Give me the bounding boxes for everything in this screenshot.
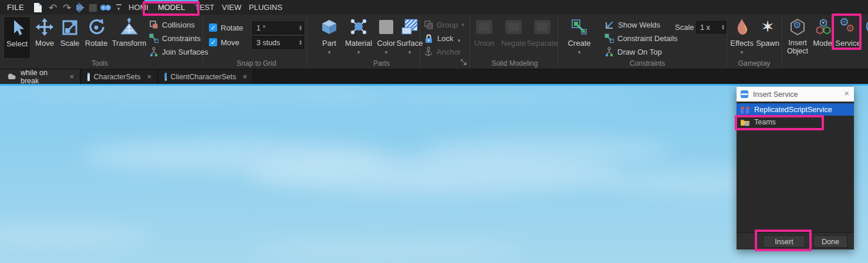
collision-groups-button-partial[interactable]: CG bbox=[863, 16, 868, 59]
spawn-button[interactable]: ✶ Spawn bbox=[755, 16, 780, 59]
select-tool-button[interactable]: Select bbox=[4, 16, 31, 59]
collisions-icon bbox=[149, 20, 158, 29]
draw-on-top-toggle[interactable]: Draw On Top bbox=[604, 46, 662, 57]
collisions-toggle[interactable]: Collisions bbox=[149, 19, 195, 30]
constraint-details-icon bbox=[604, 33, 614, 43]
stop-icon[interactable] bbox=[87, 2, 99, 14]
group-dropdown[interactable]: ▾ bbox=[461, 22, 464, 28]
insert-service-dialog: Insert Service × ReplicatedScriptService… bbox=[737, 87, 854, 249]
part-cube-icon bbox=[320, 16, 338, 38]
service-button[interactable]: ⚙ ⚙ Service bbox=[835, 16, 862, 59]
separate-icon bbox=[534, 20, 550, 34]
snap-move-checkbox[interactable]: ✓ Move bbox=[209, 37, 239, 48]
create-dropdown[interactable]: ▾ bbox=[578, 49, 581, 55]
constraints-section-label: Constraints bbox=[612, 59, 683, 68]
list-item-replicatedscriptservice[interactable]: ReplicatedScriptService bbox=[737, 103, 854, 116]
dialog-title-bar[interactable]: Insert Service × bbox=[737, 87, 854, 102]
tab-clientcharactersets[interactable]: ClientCharacterSets × bbox=[158, 69, 254, 84]
stop-glyph bbox=[89, 4, 97, 12]
menu-tab-test[interactable]: TEST bbox=[191, 0, 218, 15]
constraints-toggle[interactable]: Constraints bbox=[149, 33, 201, 43]
union-button[interactable]: Union bbox=[471, 16, 498, 59]
service-list: ReplicatedScriptService Teams bbox=[737, 102, 854, 232]
move-tool-button[interactable]: Move bbox=[32, 16, 57, 59]
lock-dropdown[interactable]: ▾ bbox=[458, 38, 461, 43]
create-constraint-icon bbox=[570, 16, 588, 38]
model-button[interactable]: Model bbox=[812, 16, 835, 59]
group-icon bbox=[424, 20, 433, 29]
negate-button[interactable]: Negate bbox=[499, 16, 528, 59]
union-icon bbox=[476, 20, 492, 34]
part-dropdown[interactable]: ▾ bbox=[328, 49, 331, 55]
transform-tool-button[interactable]: Transform bbox=[110, 16, 148, 59]
checkbox-checked-icon[interactable]: ✓ bbox=[209, 23, 217, 32]
scale-icon bbox=[61, 16, 79, 38]
tools-section-label: Tools bbox=[65, 59, 135, 68]
collision-groups-icon-partial bbox=[864, 16, 868, 38]
anchor-button[interactable]: Anchor bbox=[424, 46, 461, 57]
insert-service-window-icon bbox=[741, 90, 748, 98]
redo-icon[interactable]: ↷ bbox=[61, 2, 73, 14]
menu-tab-plugins[interactable]: PLUGINS bbox=[245, 0, 286, 15]
section-launcher-icon[interactable] bbox=[461, 59, 467, 67]
insert-button[interactable]: Insert bbox=[763, 235, 805, 248]
snap-move-input[interactable]: 3 studs ▴▾ bbox=[252, 36, 304, 49]
snap-rotate-checkbox[interactable]: ✓ Rotate bbox=[209, 22, 243, 33]
move-icon bbox=[35, 16, 54, 38]
file-menu[interactable]: FILE bbox=[7, 3, 24, 12]
join-surfaces-toggle[interactable]: Join Surfaces bbox=[149, 46, 208, 57]
find-icon[interactable] bbox=[100, 2, 112, 14]
color-button[interactable]: Color ▾ bbox=[374, 16, 398, 59]
spinner-down-button[interactable]: ▾ bbox=[722, 28, 724, 31]
menu-tab-model[interactable]: MODEL bbox=[148, 0, 195, 15]
close-tab-icon[interactable]: × bbox=[147, 72, 151, 81]
snap-section-label: Snap to Grid bbox=[221, 59, 292, 68]
service-icon: ⚙ ⚙ bbox=[838, 16, 858, 38]
surface-icon bbox=[401, 16, 418, 38]
close-tab-icon[interactable]: × bbox=[242, 72, 247, 81]
insert-part-icon[interactable] bbox=[74, 2, 86, 14]
surface-dropdown[interactable]: ▾ bbox=[408, 49, 411, 55]
close-tab-icon[interactable]: × bbox=[69, 72, 74, 81]
tab-charactersets[interactable]: CharacterSets × bbox=[81, 69, 158, 84]
quick-access-dropdown[interactable]: ▾ bbox=[113, 2, 124, 14]
effects-dropdown[interactable]: ▾ bbox=[741, 49, 744, 55]
draw-on-top-icon bbox=[604, 47, 614, 56]
list-item-teams[interactable]: Teams bbox=[737, 116, 854, 128]
surface-button[interactable]: Surface ▾ bbox=[398, 16, 421, 59]
lock-button[interactable]: Lock bbox=[424, 33, 453, 43]
dialog-close-icon[interactable]: × bbox=[844, 88, 849, 98]
replicatedscriptservice-icon bbox=[740, 105, 750, 114]
constraint-details-toggle[interactable]: Constraint Details bbox=[604, 33, 678, 43]
done-button[interactable]: Done bbox=[813, 235, 847, 248]
tab-while-on-break[interactable]: while on break × bbox=[0, 69, 80, 84]
weld-scale-input[interactable]: 1 x ▴▾ bbox=[696, 21, 727, 33]
gameplay-section-label: Gameplay bbox=[719, 59, 789, 68]
create-button[interactable]: Create ▾ bbox=[562, 16, 596, 59]
anchor-icon bbox=[424, 46, 433, 57]
spinner-down-button[interactable]: ▾ bbox=[299, 43, 302, 46]
snap-rotate-input[interactable]: 1 ° ▴▾ bbox=[252, 22, 304, 34]
ribbon: Select Move Scale Rotate Transform Colli… bbox=[0, 15, 868, 69]
scale-tool-button[interactable]: Scale bbox=[58, 16, 82, 59]
material-button[interactable]: Material ▾ bbox=[344, 16, 373, 59]
effects-button[interactable]: Effects ▾ bbox=[729, 16, 754, 59]
menu-tab-view[interactable]: VIEW bbox=[218, 0, 245, 15]
material-dropdown[interactable]: ▾ bbox=[357, 49, 360, 55]
document-tab-bar: while on break × CharacterSets × ClientC… bbox=[0, 69, 868, 84]
new-file-icon[interactable] bbox=[32, 2, 43, 14]
constraints-icon bbox=[149, 33, 158, 43]
checkbox-checked-icon[interactable]: ✓ bbox=[209, 38, 217, 46]
menu-bar: FILE ↶ ↷ ▾ HOME MODEL TEST VIEW PLUGINS bbox=[0, 0, 868, 15]
rotate-tool-button[interactable]: Rotate bbox=[83, 16, 110, 59]
insert-object-button[interactable]: ⚙ Insert Object bbox=[784, 16, 811, 59]
dialog-title: Insert Service bbox=[753, 90, 798, 99]
script-icon bbox=[87, 72, 90, 82]
part-button[interactable]: Part ▾ bbox=[316, 16, 343, 59]
separate-button[interactable]: Separate bbox=[527, 16, 558, 59]
undo-icon[interactable]: ↶ bbox=[47, 2, 59, 14]
group-button[interactable]: Group ▾ bbox=[424, 19, 464, 30]
show-welds-toggle[interactable]: Show Welds bbox=[604, 19, 660, 30]
color-dropdown[interactable]: ▾ bbox=[385, 49, 388, 55]
spinner-down-button[interactable]: ▾ bbox=[299, 28, 302, 31]
